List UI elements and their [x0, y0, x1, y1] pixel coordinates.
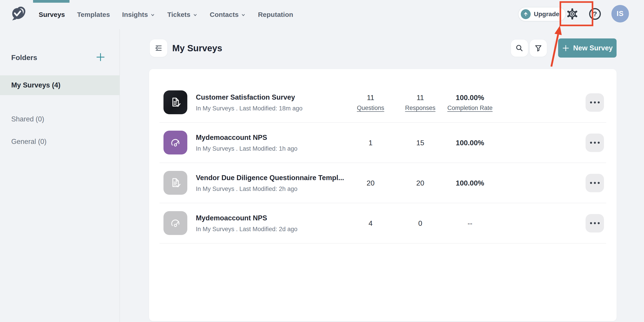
- avatar[interactable]: IS: [612, 5, 629, 22]
- survey-thumbnail: [164, 171, 187, 195]
- survey-row[interactable]: Customer Satisfaction Survey In My Surve…: [149, 82, 616, 122]
- survey-title[interactable]: Customer Satisfaction Survey: [196, 93, 302, 101]
- annotation-arrow-line: [551, 34, 558, 66]
- filter-funnel-icon: [534, 44, 542, 52]
- survey-meta: In My Surveys . Last Modified: 18m ago: [196, 105, 302, 112]
- chevron-down-icon: [241, 12, 246, 18]
- sidebar-item-general[interactable]: General (0): [0, 132, 120, 152]
- survey-title[interactable]: Mydemoaccount NPS: [196, 214, 298, 222]
- add-folder-icon[interactable]: [95, 52, 106, 62]
- collapse-sidebar-button[interactable]: [150, 39, 167, 57]
- nav-tab-insights[interactable]: Insights: [122, 11, 155, 18]
- row-menu-button[interactable]: [586, 134, 604, 152]
- sidebar: Folders My Surveys (4) Shared (0) Genera…: [0, 29, 120, 322]
- survey-thumbnail: [164, 131, 187, 154]
- sidebar-item-shared[interactable]: Shared (0): [0, 109, 120, 129]
- chevron-down-icon: [150, 12, 155, 18]
- folders-title: Folders: [11, 54, 37, 62]
- completion-stat: 100.00%: [436, 179, 504, 187]
- survey-thumbnail: [164, 211, 187, 235]
- document-check-icon: [169, 96, 182, 108]
- nps-gauge-icon: [169, 217, 182, 229]
- survey-thumbnail: [164, 90, 187, 114]
- upgrade-arrow-icon: [521, 9, 531, 19]
- row-menu-button[interactable]: [586, 174, 604, 192]
- header-divider: [554, 41, 554, 56]
- search-icon: [515, 44, 524, 52]
- row-divider: [160, 243, 606, 244]
- nav-tab-surveys[interactable]: Surveys: [39, 11, 65, 18]
- questions-stat: 1: [348, 138, 393, 147]
- search-button[interactable]: [511, 40, 528, 57]
- nav-tab-contacts[interactable]: Contacts: [210, 11, 246, 18]
- top-nav: Surveys Templates Insights Tickets Conta…: [0, 0, 644, 29]
- settings-gear-icon[interactable]: [566, 8, 578, 20]
- page-title: My Surveys: [172, 43, 222, 53]
- nav-tab-tickets[interactable]: Tickets: [167, 11, 198, 18]
- nav-tab-templates[interactable]: Templates: [77, 11, 110, 18]
- survey-list-card: Customer Satisfaction Survey In My Surve…: [149, 69, 616, 321]
- questions-label[interactable]: Questions: [348, 104, 393, 112]
- document-check-icon: [169, 177, 182, 189]
- sidebar-item-my-surveys[interactable]: My Surveys (4): [0, 75, 120, 95]
- completion-stat: --: [436, 219, 504, 227]
- survey-title[interactable]: Mydemoaccount NPS: [196, 133, 298, 142]
- nav-right-cluster: Upgrade ? IS: [518, 0, 644, 29]
- survey-meta: In My Surveys . Last Modified: 2d ago: [196, 226, 298, 232]
- responses-label[interactable]: Responses: [398, 104, 443, 112]
- collapse-sidebar-icon: [154, 44, 163, 52]
- nps-gauge-icon: [169, 136, 182, 149]
- responses-stat: 20: [398, 179, 443, 187]
- row-menu-button[interactable]: [586, 214, 604, 232]
- responses-stat: 11 Responses: [398, 94, 443, 112]
- upgrade-button[interactable]: Upgrade: [518, 7, 566, 21]
- nav-tab-reputation[interactable]: Reputation: [258, 11, 293, 18]
- upgrade-label: Upgrade: [534, 10, 560, 18]
- row-menu-button[interactable]: [586, 93, 604, 112]
- survey-row[interactable]: Mydemoaccount NPS In My Surveys . Last M…: [149, 123, 616, 162]
- survey-row[interactable]: Vendor Due Diligence Questionnaire Templ…: [149, 163, 616, 203]
- new-survey-button[interactable]: New Survey: [558, 38, 616, 58]
- questions-stat: 11 Questions: [348, 94, 393, 112]
- filter-button[interactable]: [530, 40, 547, 57]
- responses-stat: 15: [398, 138, 443, 147]
- survey-row[interactable]: Mydemoaccount NPS In My Surveys . Last M…: [149, 203, 616, 243]
- questions-stat: 4: [348, 219, 393, 227]
- survey-meta: In My Surveys . Last Modified: 2h ago: [196, 185, 344, 192]
- nav-tabs: Surveys Templates Insights Tickets Conta…: [39, 0, 293, 29]
- survey-title[interactable]: Vendor Due Diligence Questionnaire Templ…: [196, 174, 344, 182]
- new-survey-label: New Survey: [573, 44, 613, 52]
- chevron-down-icon: [193, 12, 198, 18]
- plus-icon: [562, 44, 570, 52]
- survey-meta: In My Surveys . Last Modified: 1h ago: [196, 145, 298, 152]
- completion-label[interactable]: Completion Rate: [436, 104, 504, 112]
- surveysparrow-logo[interactable]: [11, 6, 26, 22]
- questions-stat: 20: [348, 179, 393, 187]
- completion-stat: 100.00% Completion Rate: [436, 94, 504, 112]
- help-icon[interactable]: ?: [589, 8, 601, 20]
- completion-stat: 100.00%: [436, 138, 504, 147]
- responses-stat: 0: [398, 219, 443, 227]
